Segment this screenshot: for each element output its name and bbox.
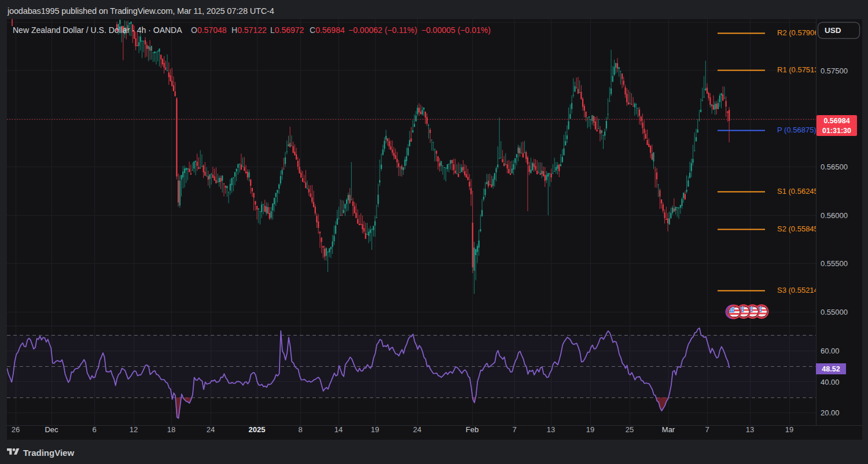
svg-text:Dec: Dec bbox=[45, 425, 58, 434]
svg-text:01:31:30: 01:31:30 bbox=[822, 127, 851, 135]
svg-text:0.55500: 0.55500 bbox=[821, 259, 848, 268]
svg-text:19: 19 bbox=[785, 425, 793, 434]
svg-text:C0.56984: C0.56984 bbox=[310, 25, 345, 35]
svg-text:Mar: Mar bbox=[662, 425, 675, 434]
svg-text:0.56984: 0.56984 bbox=[823, 117, 849, 125]
svg-text:25: 25 bbox=[626, 425, 634, 434]
svg-text:60.00: 60.00 bbox=[821, 347, 840, 355]
svg-text:−0.00005 (−0.01%): −0.00005 (−0.01%) bbox=[421, 25, 491, 35]
svg-text:24: 24 bbox=[413, 425, 421, 434]
svg-text:19: 19 bbox=[371, 425, 379, 434]
svg-text:USD: USD bbox=[825, 26, 841, 35]
svg-text:Feb: Feb bbox=[466, 425, 479, 434]
svg-text:S3 (0.55214): S3 (0.55214) bbox=[777, 286, 821, 294]
svg-text:R2 (0.57906): R2 (0.57906) bbox=[777, 28, 821, 37]
svg-text:−0.00062 (−0.11%): −0.00062 (−0.11%) bbox=[348, 25, 417, 35]
svg-text:S2 (0.55845): S2 (0.55845) bbox=[777, 224, 821, 233]
svg-text:8: 8 bbox=[298, 425, 302, 434]
svg-text:New Zealand Dollar / U.S. Doll: New Zealand Dollar / U.S. Dollar · 4h · … bbox=[13, 25, 182, 35]
svg-text:7: 7 bbox=[705, 425, 709, 434]
svg-text:H0.57122: H0.57122 bbox=[231, 25, 267, 35]
svg-text:40.00: 40.00 bbox=[821, 378, 840, 386]
svg-text:0.56500: 0.56500 bbox=[821, 163, 848, 171]
svg-text:joodabas1995 published on Trad: joodabas1995 published on TradingView.co… bbox=[7, 6, 274, 16]
svg-text:2025: 2025 bbox=[249, 425, 266, 434]
svg-text:14: 14 bbox=[334, 425, 343, 434]
svg-text:L0.56972: L0.56972 bbox=[270, 25, 304, 35]
svg-text:O0.57048: O0.57048 bbox=[191, 25, 227, 35]
svg-text:R1 (0.57513): R1 (0.57513) bbox=[777, 65, 821, 74]
svg-text:24: 24 bbox=[207, 425, 215, 434]
svg-text:0.55000: 0.55000 bbox=[821, 308, 848, 316]
svg-text:18: 18 bbox=[167, 425, 175, 434]
svg-text:13: 13 bbox=[547, 425, 555, 434]
svg-text:6: 6 bbox=[92, 425, 96, 434]
svg-text:S1 (0.56245): S1 (0.56245) bbox=[777, 187, 821, 196]
svg-text:P (0.56875): P (0.56875) bbox=[777, 126, 816, 134]
svg-text:7: 7 bbox=[512, 425, 516, 434]
svg-text:48.52: 48.52 bbox=[822, 365, 840, 373]
svg-text:0.56000: 0.56000 bbox=[821, 211, 848, 220]
svg-text:12: 12 bbox=[130, 425, 138, 434]
svg-text:19: 19 bbox=[586, 425, 594, 434]
svg-text:13: 13 bbox=[746, 425, 754, 434]
svg-text:20.00: 20.00 bbox=[821, 408, 840, 417]
svg-text:26: 26 bbox=[12, 425, 20, 434]
svg-text:0.57500: 0.57500 bbox=[821, 67, 848, 75]
svg-text:TradingView: TradingView bbox=[23, 448, 74, 458]
